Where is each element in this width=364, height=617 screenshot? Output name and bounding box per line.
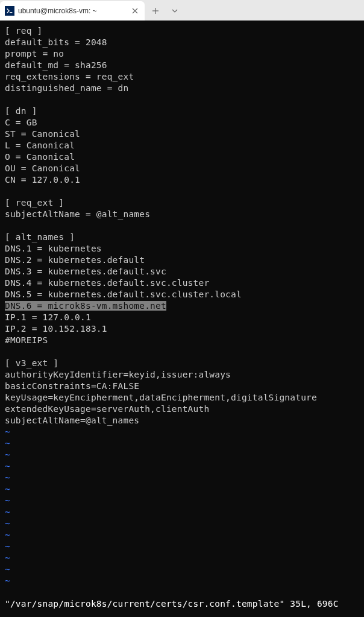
file-content-after: IP.1 = 127.0.0.1 IP.2 = 10.152.183.1 #MO… — [5, 312, 317, 425]
vim-tildes: ~ ~ ~ ~ ~ ~ ~ ~ ~ ~ ~ ~ ~ ~ — [5, 427, 10, 586]
new-tab-icon[interactable] — [149, 5, 162, 17]
highlighted-line: DNS.6 = microk8s-vm.mshome.net — [5, 301, 166, 311]
powershell-icon — [5, 6, 14, 16]
close-icon[interactable] — [130, 6, 140, 16]
terminal-content[interactable]: [ req ] default_bits = 2048 prompt = no … — [0, 21, 364, 617]
vim-status-line: "/var/snap/microk8s/current/certs/csr.co… — [5, 599, 339, 609]
tab-title: ubuntu@microk8s-vm: ~ — [18, 7, 127, 15]
chevron-down-icon[interactable] — [169, 5, 181, 17]
file-content-before: [ req ] default_bits = 2048 prompt = no … — [5, 26, 242, 299]
tab-bar: ubuntu@microk8s-vm: ~ — [0, 0, 364, 21]
tab-actions — [145, 1, 181, 21]
terminal-tab[interactable]: ubuntu@microk8s-vm: ~ — [0, 1, 145, 21]
